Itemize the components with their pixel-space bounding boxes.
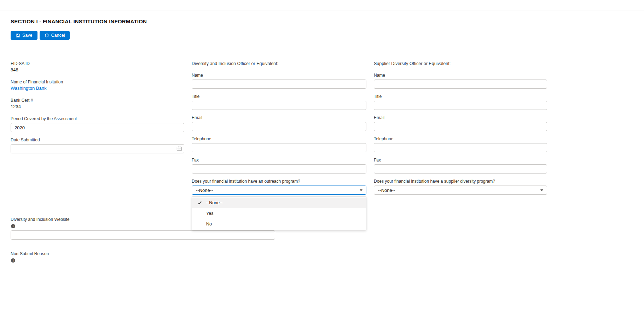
sd-email-input[interactable] — [374, 122, 547, 131]
middle-column: Diversity and Inclusion Officer or Equiv… — [192, 61, 366, 200]
top-divider — [0, 11, 644, 11]
left-column: FID-SA ID 848 Name of Financial Insituti… — [11, 61, 184, 158]
outreach-program-listbox: --None-- Yes No — [192, 196, 366, 230]
option-none-label: --None-- — [206, 200, 223, 205]
di-fax-label: Fax — [192, 157, 366, 163]
info-icon[interactable]: i — [11, 224, 15, 228]
sd-email-label: Email — [374, 115, 547, 121]
date-submitted-input[interactable] — [11, 144, 184, 153]
sd-telephone-label: Telephone — [374, 136, 547, 142]
option-yes-label: Yes — [206, 211, 213, 216]
sd-title-field: Title — [374, 94, 547, 110]
fid-sa-id-value: 848 — [11, 67, 184, 73]
bank-cert-field: Bank Cert # 1234 — [11, 98, 184, 110]
di-name-input[interactable] — [192, 80, 366, 89]
sd-name-field: Name — [374, 72, 547, 89]
institution-name-label: Name of Financial Insitution — [11, 79, 184, 85]
toolbar: Save Cancel — [11, 31, 70, 40]
di-email-label: Email — [192, 115, 366, 121]
period-covered-field: Period Covered by the Assessment — [11, 116, 184, 132]
right-column: Supplier Diversity Officer or Equivalent… — [374, 61, 547, 200]
di-email-field: Email — [192, 115, 366, 131]
fid-sa-id-label: FID-SA ID — [11, 61, 184, 66]
di-officer-header: Diversity and Inclusion Officer or Equiv… — [192, 61, 366, 66]
option-yes[interactable]: Yes — [192, 208, 366, 219]
date-submitted-field: Date Submitted — [11, 137, 184, 153]
di-email-input[interactable] — [192, 122, 366, 131]
bank-cert-label: Bank Cert # — [11, 98, 184, 103]
date-submitted-label: Date Submitted — [11, 137, 184, 143]
checkmark-icon — [197, 201, 202, 206]
bank-cert-value: 1234 — [11, 104, 184, 110]
di-fax-field: Fax — [192, 157, 366, 174]
supplier-diversity-program-select[interactable]: --None-- — [374, 186, 547, 195]
di-title-label: Title — [192, 94, 366, 99]
save-button-label: Save — [22, 33, 33, 38]
sd-officer-header: Supplier Diversity Officer or Equivalent… — [374, 61, 547, 66]
save-icon — [16, 33, 20, 38]
institution-name-link[interactable]: Washington Bank — [11, 85, 46, 92]
outreach-program-label: Does your financial institution have an … — [192, 178, 366, 184]
sd-title-label: Title — [374, 94, 547, 99]
option-no[interactable]: No — [192, 219, 366, 229]
option-none[interactable]: --None-- — [192, 198, 366, 208]
period-covered-input[interactable] — [11, 123, 184, 132]
outreach-program-select[interactable]: --None-- — [192, 186, 366, 195]
di-title-input[interactable] — [192, 101, 366, 110]
institution-name-field: Name of Financial Insitution Washington … — [11, 79, 184, 92]
sd-name-input[interactable] — [374, 80, 547, 89]
di-fax-input[interactable] — [192, 164, 366, 174]
non-submit-reason-label: Non-Submit Reason — [11, 251, 184, 257]
sd-telephone-field: Telephone — [374, 136, 547, 152]
diversity-website-input[interactable] — [11, 230, 275, 240]
period-covered-label: Period Covered by the Assessment — [11, 116, 184, 122]
supplier-diversity-selected-value: --None-- — [378, 188, 395, 193]
outreach-program-field: Does your financial institution have an … — [192, 178, 366, 195]
sd-telephone-input[interactable] — [374, 143, 547, 152]
outreach-program-selected-value: --None-- — [196, 188, 213, 193]
supplier-diversity-program-field: Does your financial institution have a s… — [374, 178, 547, 195]
sd-fax-field: Fax — [374, 157, 547, 174]
chevron-down-icon — [540, 189, 543, 191]
non-submit-reason-field: Non-Submit Reason i — [11, 251, 184, 265]
di-telephone-input[interactable] — [192, 143, 366, 152]
save-button[interactable]: Save — [11, 31, 37, 40]
redo-arrow-icon — [45, 33, 49, 38]
sd-email-field: Email — [374, 115, 547, 131]
page-title: SECTION I - FINANCIAL INSTITUTION INFORM… — [11, 18, 147, 24]
sd-title-input[interactable] — [374, 101, 547, 110]
di-name-label: Name — [192, 72, 366, 78]
di-title-field: Title — [192, 94, 366, 110]
calendar-icon[interactable] — [176, 146, 182, 152]
cancel-button[interactable]: Cancel — [40, 31, 70, 40]
sd-fax-label: Fax — [374, 157, 547, 163]
cancel-button-label: Cancel — [51, 33, 65, 38]
di-telephone-label: Telephone — [192, 136, 366, 142]
chevron-down-icon — [360, 189, 362, 191]
di-name-field: Name — [192, 72, 366, 89]
option-no-label: No — [206, 222, 212, 227]
di-telephone-field: Telephone — [192, 136, 366, 152]
supplier-diversity-program-label: Does your financial institution have a s… — [374, 178, 547, 184]
fid-sa-id-field: FID-SA ID 848 — [11, 61, 184, 73]
info-icon[interactable]: i — [11, 258, 15, 263]
sd-fax-input[interactable] — [374, 164, 547, 174]
sd-name-label: Name — [374, 72, 547, 78]
